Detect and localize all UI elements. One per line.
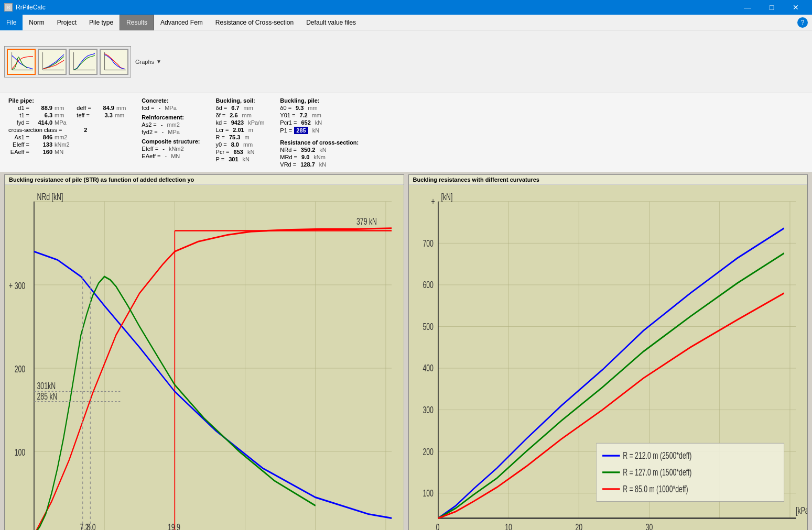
P-label: P = <box>216 156 225 162</box>
delta-d-unit: mm <box>244 105 253 111</box>
P-unit: kN <box>243 156 250 162</box>
svg-text:379 kN: 379 kN <box>356 216 377 227</box>
nrd-label: NRd = <box>280 147 297 153</box>
thumbnail-4[interactable] <box>100 49 128 75</box>
svg-text:301kN: 301kN <box>37 381 56 391</box>
fyd2-row: fyd2 = - MPa <box>142 129 200 135</box>
kd-unit: kPa/m <box>248 119 264 126</box>
as1-row: As1 = 846 mm2 <box>8 134 126 140</box>
svg-text:8.0: 8.0 <box>87 522 96 530</box>
eleff-unit: kNm2 <box>55 141 70 148</box>
vrd-value: 128.7 <box>300 161 315 168</box>
fyd2-label: fyd2 = <box>142 129 157 135</box>
eleff-label: EIeff = <box>8 141 29 148</box>
eaeff2-unit: MN <box>171 153 180 159</box>
app-icon: R <box>4 3 13 12</box>
y01-label: Y01 = <box>280 112 295 118</box>
svg-text:100: 100 <box>423 488 434 499</box>
vrd-label: VRd = <box>280 161 296 168</box>
menu-file[interactable]: File <box>0 15 23 30</box>
chart1-title: Buckling resistance of pile (STR) as fun… <box>5 175 404 185</box>
t1-value: 6.3 <box>31 112 52 118</box>
t1-label: t1 = <box>8 112 29 118</box>
chart1-y-label: NRd [kN] <box>37 191 63 202</box>
xsclass-row: cross-section class = 2 <box>8 127 126 133</box>
d1-label: d1 = <box>8 105 29 111</box>
delta0-unit: mm <box>308 105 317 111</box>
kd-value: 9423 <box>231 119 244 126</box>
chart2-area: [kN] [kPa] 700 600 500 400 300 200 100 1… <box>409 185 808 530</box>
pcr1-row: Pcr1 = 652 kN <box>280 119 359 126</box>
t1-unit: mm <box>55 112 64 118</box>
delta-d-value: 6.7 <box>231 105 239 111</box>
menu-default-values[interactable]: Default value files <box>300 15 362 30</box>
lcr-value: 2.01 <box>233 127 244 133</box>
y01-row: Y01 = 7.2 mm <box>280 112 359 118</box>
thumbnail-group <box>4 46 131 78</box>
vrd-unit: kN <box>319 161 326 168</box>
xsclass-label: cross-section class = <box>8 127 62 133</box>
deff-unit: mm <box>116 105 126 111</box>
pcr1-unit: kN <box>315 119 322 126</box>
fcd-label: fcd = <box>142 105 154 111</box>
svg-text:R = 127.0 m  (1500*deff): R = 127.0 m (1500*deff) <box>623 467 691 478</box>
menu-project[interactable]: Project <box>51 15 83 30</box>
chart2-container: Buckling resistances with different curv… <box>408 174 808 530</box>
menu-norm[interactable]: Norm <box>23 15 50 30</box>
thumbnail-1[interactable] <box>7 49 36 75</box>
concrete-title: Concrete: <box>142 97 168 104</box>
nrd-row: NRd = 350.2 kN <box>280 147 359 153</box>
p1-value: 285 <box>294 127 308 134</box>
charts-section: Buckling resistance of pile (STR) as fun… <box>0 172 812 530</box>
t1-row: t1 = 6.3 mm teff = 3.3 mm <box>8 112 126 118</box>
teff-label: teff = <box>77 112 90 118</box>
d1-value: 88.9 <box>31 105 52 111</box>
menu-advanced-fem[interactable]: Advanced Fem <box>154 15 209 30</box>
delta-f-unit: mm <box>242 112 252 118</box>
app-title: RrPileCalc <box>16 4 46 11</box>
delta0-row: δ0 = 9.3 mm <box>280 105 359 111</box>
svg-text:+: + <box>431 196 435 207</box>
eleff-row: EIeff = 133 kNm2 <box>8 141 126 148</box>
R-row: R = 75.3 m <box>216 134 265 140</box>
delta-d-row: δd = 6.7 mm <box>216 105 265 111</box>
fyd2-unit: MPa <box>168 129 180 135</box>
svg-text:285 kN: 285 kN <box>37 391 58 402</box>
pcr-label: Pcr = <box>216 149 230 155</box>
svg-text:300: 300 <box>423 405 434 415</box>
pcr-unit: kN <box>247 149 254 155</box>
lcr-row: Lcr = 2.01 m <box>216 127 265 133</box>
eleff2-unit: kNm2 <box>169 146 184 152</box>
minimize-button[interactable]: ― <box>735 0 760 15</box>
mrd-value: 9.0 <box>301 154 309 160</box>
delta-f-row: δf = 2.6 mm <box>216 112 265 118</box>
nrd-unit: kN <box>319 147 326 153</box>
thumbnail-2[interactable] <box>38 49 67 75</box>
pcr1-value: 652 <box>301 119 310 126</box>
eaeff-row: EAeff = 160 MN <box>8 149 126 155</box>
main-content: Pile pipe: d1 = 88.9 mm deff = 84.9 mm t… <box>0 93 812 530</box>
menu-results[interactable]: Results <box>120 15 154 30</box>
svg-text:R = 212.0 m  (2500*deff): R = 212.0 m (2500*deff) <box>623 450 691 461</box>
help-button[interactable]: ? <box>797 17 808 28</box>
R-label: R = <box>216 134 225 140</box>
svg-text:19.9: 19.9 <box>168 522 180 530</box>
d1-row: d1 = 88.9 mm deff = 84.9 mm <box>8 105 126 111</box>
svg-text:200: 200 <box>15 364 26 374</box>
close-button[interactable]: ✕ <box>784 0 808 15</box>
pile-pipe-group: Pile pipe: d1 = 88.9 mm deff = 84.9 mm t… <box>8 97 126 168</box>
fcd-unit: MPa <box>165 105 177 111</box>
menu-bar: File Norm Project Pile type Results Adva… <box>0 15 812 30</box>
as1-label: As1 = <box>8 134 29 140</box>
mrd-unit: kNm <box>313 154 326 160</box>
eleff2-row: EIeff = - kNm2 <box>142 146 200 152</box>
maximize-button[interactable]: □ <box>760 0 784 15</box>
R-value: 75.3 <box>229 134 240 140</box>
menu-pile-type[interactable]: Pile type <box>83 15 120 30</box>
delta-f-value: 2.6 <box>230 112 237 118</box>
menu-resistance[interactable]: Resistance of Cross-section <box>209 15 300 30</box>
as1-value: 846 <box>31 134 52 140</box>
y0-label: y0 = <box>216 141 227 148</box>
thumbnail-3[interactable] <box>69 49 98 75</box>
reinforcement-title: Reinforcement: <box>142 114 184 120</box>
